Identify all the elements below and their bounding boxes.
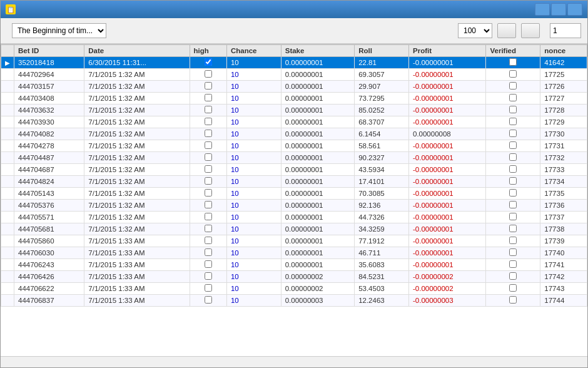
close-button[interactable] bbox=[567, 3, 582, 16]
cell-verified[interactable] bbox=[486, 57, 540, 69]
cell-verified[interactable] bbox=[486, 116, 540, 128]
cell-high[interactable] bbox=[190, 152, 226, 164]
cell-high[interactable] bbox=[190, 188, 226, 200]
view-per-page-select[interactable]: 25 50 100 250 bbox=[458, 23, 492, 38]
cell-verified[interactable] bbox=[486, 69, 540, 81]
cell-high[interactable] bbox=[190, 247, 226, 259]
cell-verified[interactable] bbox=[486, 223, 540, 235]
table-row[interactable]: 4447031577/1/2015 1:32 AM100.0000000129.… bbox=[1, 81, 587, 93]
verified-checkbox[interactable] bbox=[509, 58, 517, 66]
cell-high[interactable] bbox=[190, 81, 226, 93]
cell-verified[interactable] bbox=[486, 164, 540, 176]
table-row[interactable]: ▶3520184186/30/2015 11:31...100.00000001… bbox=[1, 57, 587, 69]
table-row[interactable]: 4447062437/1/2015 1:33 AM100.0000000135.… bbox=[1, 259, 587, 271]
high-checkbox[interactable] bbox=[205, 141, 212, 149]
verified-checkbox[interactable] bbox=[509, 248, 517, 256]
cell-verified[interactable] bbox=[486, 93, 540, 105]
high-checkbox[interactable] bbox=[205, 272, 212, 280]
high-checkbox[interactable] bbox=[205, 153, 212, 161]
cell-high[interactable] bbox=[190, 200, 226, 212]
cell-high[interactable] bbox=[190, 93, 226, 105]
next-button[interactable] bbox=[521, 23, 540, 38]
verified-checkbox[interactable] bbox=[509, 260, 517, 268]
high-checkbox[interactable] bbox=[205, 237, 212, 244]
high-checkbox[interactable] bbox=[205, 177, 212, 185]
previous-button[interactable] bbox=[497, 23, 516, 38]
cell-verified[interactable] bbox=[486, 212, 540, 223]
cell-high[interactable] bbox=[190, 57, 226, 69]
table-row[interactable]: 4447060307/1/2015 1:33 AM100.0000000146.… bbox=[1, 247, 587, 259]
high-checkbox[interactable] bbox=[205, 165, 212, 173]
cell-high[interactable] bbox=[190, 176, 226, 188]
verified-checkbox[interactable] bbox=[509, 106, 517, 113]
table-row[interactable]: 4447051437/1/2015 1:32 AM100.0000000170.… bbox=[1, 188, 587, 200]
high-checkbox[interactable] bbox=[205, 296, 212, 304]
jump-to-input[interactable] bbox=[550, 23, 581, 38]
table-row[interactable]: 4447055717/1/2015 1:32 AM100.0000000144.… bbox=[1, 212, 587, 223]
high-checkbox[interactable] bbox=[205, 70, 212, 78]
table-row[interactable]: 4447068377/1/2015 1:33 AM100.0000000312.… bbox=[1, 295, 587, 307]
cell-verified[interactable] bbox=[486, 271, 540, 283]
table-row[interactable]: 4447044877/1/2015 1:32 AM100.0000000190.… bbox=[1, 152, 587, 164]
high-checkbox[interactable] bbox=[205, 284, 212, 292]
table-row[interactable]: 4447058607/1/2015 1:33 AM100.0000000177.… bbox=[1, 235, 587, 247]
verified-checkbox[interactable] bbox=[509, 213, 517, 220]
verified-checkbox[interactable] bbox=[509, 130, 517, 137]
cell-verified[interactable] bbox=[486, 152, 540, 164]
cell-verified[interactable] bbox=[486, 176, 540, 188]
table-row[interactable]: 4447040827/1/2015 1:32 AM100.000000016.1… bbox=[1, 128, 587, 140]
verified-checkbox[interactable] bbox=[509, 70, 517, 78]
high-checkbox[interactable] bbox=[205, 201, 212, 208]
cell-high[interactable] bbox=[190, 116, 226, 128]
cell-verified[interactable] bbox=[486, 200, 540, 212]
cell-verified[interactable] bbox=[486, 235, 540, 247]
high-checkbox[interactable] bbox=[205, 213, 212, 220]
cell-high[interactable] bbox=[190, 295, 226, 307]
cell-verified[interactable] bbox=[486, 247, 540, 259]
table-row[interactable]: 4447039307/1/2015 1:32 AM100.0000000168.… bbox=[1, 116, 587, 128]
table-row[interactable]: 4447042787/1/2015 1:32 AM100.0000000158.… bbox=[1, 140, 587, 152]
verified-checkbox[interactable] bbox=[509, 272, 517, 280]
high-checkbox[interactable] bbox=[205, 260, 212, 268]
high-checkbox[interactable] bbox=[205, 94, 212, 101]
table-row[interactable]: 4447053767/1/2015 1:32 AM100.0000000192.… bbox=[1, 200, 587, 212]
high-checkbox[interactable] bbox=[205, 225, 212, 232]
high-checkbox[interactable] bbox=[205, 248, 212, 256]
cell-high[interactable] bbox=[190, 212, 226, 223]
table-row[interactable]: 4447056817/1/2015 1:32 AM100.0000000134.… bbox=[1, 223, 587, 235]
high-checkbox[interactable] bbox=[205, 189, 212, 197]
table-row[interactable]: 4447066227/1/2015 1:33 AM100.0000000253.… bbox=[1, 283, 587, 295]
maximize-button[interactable] bbox=[551, 3, 566, 16]
cell-verified[interactable] bbox=[486, 81, 540, 93]
cell-high[interactable] bbox=[190, 105, 226, 116]
cell-verified[interactable] bbox=[486, 259, 540, 271]
view-bets-from-select[interactable]: The Beginning of tim... Today This Week … bbox=[12, 23, 106, 38]
cell-verified[interactable] bbox=[486, 283, 540, 295]
table-row[interactable]: 4447048247/1/2015 1:32 AM100.0000000117.… bbox=[1, 176, 587, 188]
verified-checkbox[interactable] bbox=[509, 284, 517, 292]
high-checkbox[interactable] bbox=[205, 82, 212, 89]
table-row[interactable]: 4447029647/1/2015 1:32 AM100.0000000169.… bbox=[1, 69, 587, 81]
verified-checkbox[interactable] bbox=[509, 94, 517, 101]
verified-checkbox[interactable] bbox=[509, 225, 517, 232]
cell-high[interactable] bbox=[190, 271, 226, 283]
verified-checkbox[interactable] bbox=[509, 153, 517, 161]
high-checkbox[interactable] bbox=[205, 106, 212, 113]
cell-verified[interactable] bbox=[486, 128, 540, 140]
verified-checkbox[interactable] bbox=[509, 177, 517, 185]
verified-checkbox[interactable] bbox=[509, 165, 517, 173]
table-row[interactable]: 4447064267/1/2015 1:33 AM100.0000000284.… bbox=[1, 271, 587, 283]
verified-checkbox[interactable] bbox=[509, 141, 517, 149]
cell-high[interactable] bbox=[190, 259, 226, 271]
cell-high[interactable] bbox=[190, 283, 226, 295]
verified-checkbox[interactable] bbox=[509, 296, 517, 304]
high-checkbox[interactable] bbox=[205, 58, 212, 66]
verified-checkbox[interactable] bbox=[509, 237, 517, 244]
cell-high[interactable] bbox=[190, 128, 226, 140]
cell-high[interactable] bbox=[190, 69, 226, 81]
table-row[interactable]: 4447046877/1/2015 1:32 AM100.0000000143.… bbox=[1, 164, 587, 176]
cell-high[interactable] bbox=[190, 223, 226, 235]
cell-verified[interactable] bbox=[486, 188, 540, 200]
verified-checkbox[interactable] bbox=[509, 189, 517, 197]
high-checkbox[interactable] bbox=[205, 118, 212, 125]
